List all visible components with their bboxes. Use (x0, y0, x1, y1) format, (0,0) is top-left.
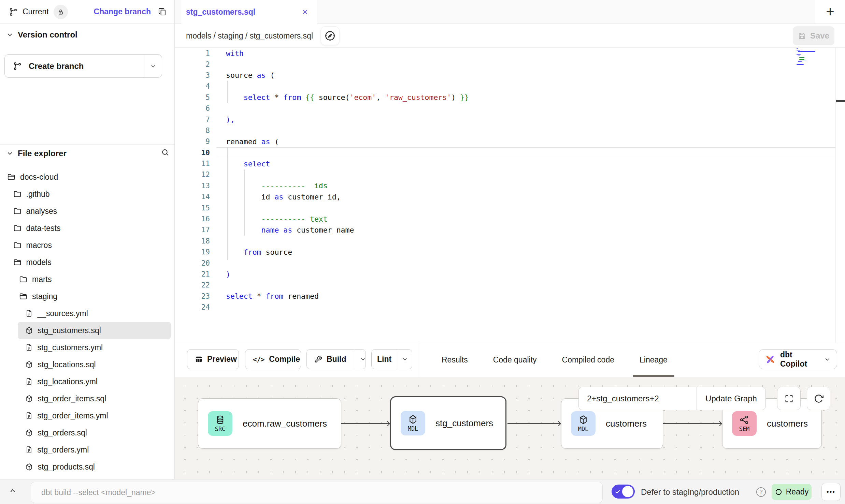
file-tree-item[interactable]: staging (0, 288, 174, 305)
file-explorer-toggle[interactable]: File explorer (0, 149, 67, 158)
save-button[interactable]: Save (793, 26, 834, 45)
lineage-selector-input[interactable] (578, 387, 697, 410)
lint-dropdown[interactable] (397, 350, 413, 369)
code-token: 'ecom' (349, 93, 376, 102)
branch-lock-badge (54, 5, 68, 19)
line-number: 18 (175, 237, 210, 245)
code-line: 5 select * from {{ source('ecom', 'raw_c… (175, 92, 845, 103)
file-tree-item[interactable]: __sources.yml (0, 305, 174, 322)
minimap[interactable] (797, 48, 827, 65)
refresh-icon[interactable] (807, 387, 830, 410)
change-branch-link[interactable]: Change branch (94, 7, 151, 16)
file-tree-item[interactable]: models (0, 254, 174, 271)
file-tree-item[interactable]: stg_customers.sql (18, 322, 171, 339)
code-line: 6 (175, 103, 845, 114)
create-branch-dropdown[interactable] (144, 55, 162, 77)
dbt-copilot-button[interactable]: dbt Copilot (759, 349, 837, 369)
file-tree-item[interactable]: stg_products.sql (0, 458, 174, 475)
build-dropdown[interactable] (354, 350, 372, 369)
code-token: from (244, 248, 261, 256)
new-tab-zone: + (815, 0, 845, 24)
close-icon[interactable] (302, 9, 309, 15)
code-token: ) (451, 93, 460, 102)
compile-button[interactable]: </> Compile (245, 349, 301, 369)
code-line: 22 (175, 280, 845, 291)
git-branch-icon (9, 8, 18, 16)
file-tree-item[interactable]: data-tests (0, 220, 174, 237)
search-icon[interactable] (161, 148, 170, 157)
copilot-compass-icon[interactable] (321, 27, 339, 45)
copilot-label: dbt Copilot (780, 350, 819, 369)
code-text: select * from renamed (210, 292, 319, 300)
code-token (226, 226, 261, 234)
file-tree-item[interactable]: stg_customers.yml (0, 339, 174, 356)
tab-code-quality[interactable]: Code quality (491, 343, 539, 377)
code-token: ( (266, 71, 275, 79)
code-line: 15 (175, 202, 845, 213)
node-label: ecom.raw_customers (243, 418, 327, 429)
code-line: 7), (175, 114, 845, 125)
command-input[interactable] (31, 482, 603, 503)
lineage-node-stg_customers[interactable]: MDLstg_customers (390, 396, 506, 450)
file-tree-item[interactable]: stg_orders.yml (0, 441, 174, 458)
tab-results[interactable]: Results (440, 343, 470, 377)
line-number: 1 (175, 49, 210, 57)
current-branch[interactable]: Current (0, 5, 68, 19)
file-tree-item[interactable]: macros (0, 237, 174, 254)
fullscreen-icon[interactable] (777, 387, 801, 410)
ready-status-badge[interactable]: Ready (772, 484, 812, 500)
code-line: 16 ---------- text (175, 213, 845, 224)
build-main[interactable]: Build (307, 350, 354, 369)
code-line: 3source as ( (175, 70, 845, 81)
file-tree-label: stg_locations.yml (38, 377, 98, 386)
file-tree-item[interactable]: stg_order_items.sql (0, 390, 174, 407)
plus-icon[interactable]: + (826, 5, 834, 19)
file-tree-item[interactable]: analyses (0, 203, 174, 220)
chevron-down-icon (824, 356, 831, 363)
file-explorer-header: File explorer (0, 147, 174, 160)
check-icon (615, 488, 621, 494)
code-editor[interactable]: 1with23source as (45 select * from {{ so… (175, 48, 845, 343)
file-tree-label: __sources.yml (38, 309, 88, 318)
chevron-up-icon[interactable] (8, 486, 17, 495)
tab-lineage[interactable]: Lineage (638, 343, 670, 377)
defer-toggle[interactable] (612, 485, 635, 499)
file-tree-item[interactable]: marts (0, 271, 174, 288)
create-branch-main[interactable]: Create branch (5, 55, 144, 77)
code-token: as (257, 71, 266, 79)
badge-label: SEM (739, 426, 750, 432)
lineage-node-ecom.raw_customers[interactable]: SRCecom.raw_customers (198, 398, 341, 449)
lineage-canvas[interactable]: SRCecom.raw_customersMDLstg_customersMDL… (175, 377, 845, 479)
tab-stg-customers[interactable]: stg_customers.sql (181, 0, 317, 24)
file-tree-item[interactable]: docs-cloud (0, 168, 174, 186)
file-tree: docs-cloud.githubanalysesdata-testsmacro… (0, 168, 174, 475)
node-label: customers (767, 418, 808, 429)
copy-icon[interactable] (158, 7, 167, 16)
compile-label: Compile (269, 355, 300, 364)
dbt-copilot-logo-icon (765, 354, 775, 365)
version-control-header[interactable]: Version control (0, 30, 174, 40)
file-tree-item[interactable]: stg_locations.yml (0, 373, 174, 390)
code-text: renamed as ( (210, 137, 279, 146)
tab-compiled-code[interactable]: Compiled code (560, 343, 616, 377)
mdl-badge: MDL (571, 411, 596, 436)
dbt-cloud-ide: Current Change branch Version contro (0, 0, 845, 504)
file-tree-item[interactable]: stg_orders.sql (0, 424, 174, 441)
file-tree-item[interactable]: stg_order_items.yml (0, 407, 174, 424)
scrollbar-thumb[interactable] (836, 100, 845, 102)
result-tabs: ResultsCode qualityCompiled codeLineage (440, 343, 670, 377)
src-badge: SRC (208, 411, 232, 436)
help-icon[interactable]: ? (756, 487, 766, 497)
file-tree-item[interactable]: .github (0, 186, 174, 203)
lint-main[interactable]: Lint (372, 350, 397, 369)
code-token: 'raw_customers' (385, 93, 451, 102)
code-text: ) (210, 270, 230, 279)
update-graph-button[interactable]: Update Graph (697, 387, 766, 410)
preview-button[interactable]: Preview (187, 349, 239, 369)
code-token: source (226, 71, 257, 79)
ellipsis-menu-button[interactable]: ••• (821, 483, 841, 501)
main-pane: stg_customers.sql + models / staging / s… (175, 0, 845, 504)
file-tree-item[interactable]: stg_locations.sql (0, 356, 174, 373)
doc-icon (25, 412, 33, 420)
line-number: 19 (175, 248, 210, 256)
